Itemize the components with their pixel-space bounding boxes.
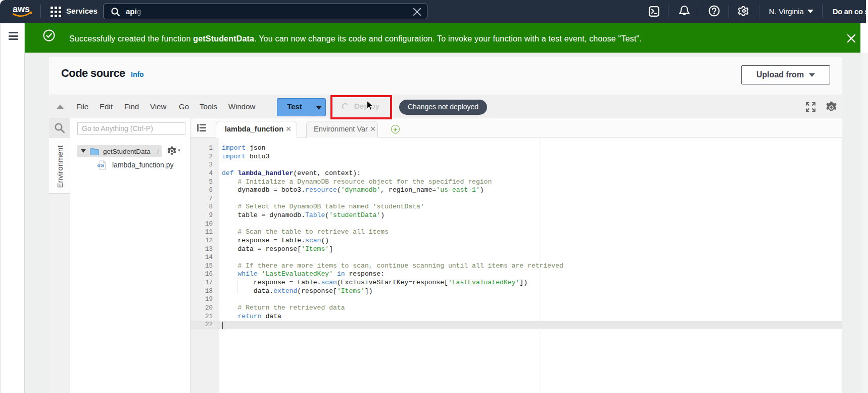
svg-text:aws: aws [13,4,30,14]
svg-text:«»: «» [98,161,104,169]
